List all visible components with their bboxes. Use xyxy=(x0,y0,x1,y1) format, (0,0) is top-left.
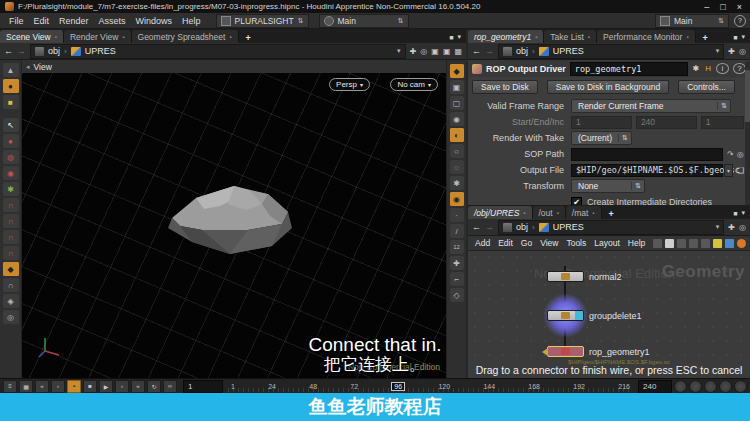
frame-view-icon[interactable]: ⌐ xyxy=(450,272,464,286)
shadow-icon[interactable]: ◌ xyxy=(450,160,464,174)
node-bypass-flag[interactable] xyxy=(575,311,583,320)
desktop-selector[interactable]: Main ⇅ xyxy=(655,14,729,28)
breadcrumb-node[interactable]: UPRES xyxy=(85,46,116,56)
jump-start-button[interactable]: « xyxy=(35,380,49,393)
menu-edit[interactable]: Edit xyxy=(29,16,55,26)
pin-icon[interactable]: ✚ xyxy=(728,47,735,56)
page-view-icon[interactable] xyxy=(665,239,674,248)
rotate-tool-icon[interactable]: ◉ xyxy=(3,166,19,180)
controls-button[interactable]: Controls... xyxy=(678,80,735,94)
frame-ruler[interactable]: 1 24 48 72 96 120 144 168 192 216 xyxy=(228,380,633,392)
view-tool-icon[interactable]: ◆ xyxy=(3,262,19,276)
viewport-3d[interactable]: Persp ▾ No cam ▾ Non-Commercial Edition xyxy=(22,73,446,378)
playbar-round-button-4[interactable] xyxy=(719,380,732,393)
tab-render-view[interactable]: Render View ▪ xyxy=(64,30,132,43)
tab-rop-geometry1[interactable]: rop_geometry1 ▪ xyxy=(468,30,544,43)
tab-close-icon[interactable]: ▪ xyxy=(55,34,57,40)
node-chooser-icon[interactable]: ◎ xyxy=(737,150,744,159)
projection-selector[interactable]: Persp ▾ xyxy=(329,78,370,91)
minimize-button[interactable]: – xyxy=(704,2,709,12)
tab-close-icon[interactable]: ▪ xyxy=(686,34,688,40)
file-history-icon[interactable]: ▾ xyxy=(724,164,733,177)
path-dropdown-icon[interactable]: ▾ xyxy=(397,47,401,55)
snap-magnet-icon-3[interactable]: ∩ xyxy=(3,230,19,244)
pin-icon[interactable]: ✚ xyxy=(410,47,417,56)
points-display-icon[interactable]: · xyxy=(450,208,464,222)
tab-mat[interactable]: /mat ▪ xyxy=(566,206,602,219)
panel-maximize-icon[interactable]: ■ xyxy=(733,34,737,41)
range-end-field[interactable]: 240 xyxy=(638,380,672,393)
range-start-field[interactable]: 1 xyxy=(183,380,223,393)
start-field[interactable]: 1 xyxy=(571,116,632,129)
forward-icon[interactable]: → xyxy=(17,46,26,56)
collapse-arrow-icon[interactable]: ◂ xyxy=(26,63,30,71)
menu-file[interactable]: File xyxy=(4,16,29,26)
path-dropdown-icon[interactable]: ▾ xyxy=(716,223,720,231)
orbit-tool-icon[interactable]: ∩ xyxy=(3,278,19,292)
normals-display-icon[interactable]: / xyxy=(450,224,464,238)
tab-out[interactable]: /out ▪ xyxy=(533,206,566,219)
main-menu-selector[interactable]: Main ⇅ xyxy=(319,14,409,28)
node-name-field[interactable]: rop_geometry1 xyxy=(570,62,688,76)
cook-icon[interactable]: ✱ xyxy=(692,64,701,73)
spin-icon[interactable]: ⇅ xyxy=(298,17,304,25)
breadcrumb-root[interactable]: obj xyxy=(48,46,60,56)
node-rop-geometry1[interactable] xyxy=(547,346,584,357)
grid-view-icon[interactable] xyxy=(677,239,686,248)
take-dropdown[interactable]: (Current) ⇅ xyxy=(571,131,632,145)
menu-render[interactable]: Render xyxy=(54,16,94,26)
end-field[interactable]: 240 xyxy=(636,116,697,129)
display-options-icon[interactable]: ◉ xyxy=(450,192,464,206)
tab-close-icon[interactable]: ▪ xyxy=(592,210,594,216)
tab-scene-view[interactable]: Scene View ▪ xyxy=(0,30,64,43)
rock-mesh[interactable] xyxy=(150,176,310,268)
sop-path-field[interactable] xyxy=(571,148,723,161)
hand-icon[interactable]: ✚ xyxy=(450,256,464,270)
breadcrumb-root[interactable]: obj xyxy=(516,222,528,232)
menu-assets[interactable]: Assets xyxy=(94,16,131,26)
spin-icon[interactable]: ⇅ xyxy=(398,17,404,25)
tab-close-icon[interactable]: ▪ xyxy=(229,34,231,40)
panel-menu-icon[interactable]: ▾ xyxy=(741,33,745,41)
sticky-note-icon[interactable] xyxy=(713,239,722,248)
keyframe-icon[interactable]: ▦ xyxy=(19,380,33,393)
tab-close-icon[interactable]: ▪ xyxy=(557,210,559,216)
bulb-icon[interactable]: ○ xyxy=(450,144,464,158)
color-palette-icon[interactable] xyxy=(725,239,734,248)
spin-icon[interactable]: ⇅ xyxy=(718,17,724,25)
restore-button[interactable]: □ xyxy=(720,2,725,12)
jump-to-node-icon[interactable]: ↷ xyxy=(727,150,734,159)
back-icon[interactable]: ← xyxy=(472,46,481,56)
breadcrumb-node[interactable]: UPRES xyxy=(553,46,584,56)
primitive-cone-icon[interactable]: ▲ xyxy=(3,63,19,77)
pin-icon[interactable]: ✚ xyxy=(728,223,735,232)
network-menu-add[interactable]: Add xyxy=(472,238,493,248)
handles-tool-icon[interactable]: ● xyxy=(3,134,19,148)
node-normal2[interactable] xyxy=(547,271,584,282)
tab-geometry-spreadsheet[interactable]: Geometry Spreadsheet ▪ xyxy=(132,30,239,43)
network-menu-help[interactable]: Help xyxy=(625,238,648,248)
new-tab-button[interactable]: + xyxy=(696,33,715,43)
tab-take-list[interactable]: Take List ▪ xyxy=(544,30,597,43)
path-field[interactable]: obj › UPRES ▾ xyxy=(498,220,724,235)
snap-magnet-icon-2[interactable]: ∩ xyxy=(3,214,19,228)
network-menu-view[interactable]: View xyxy=(537,238,561,248)
pose-tool-icon[interactable]: ✱ xyxy=(3,182,19,196)
lighting-icon[interactable]: ◐ xyxy=(450,128,464,142)
menu-windows[interactable]: Windows xyxy=(131,16,178,26)
network-menu-go[interactable]: Go xyxy=(518,238,535,248)
highlight-tool-icon[interactable]: ◆ xyxy=(450,64,464,78)
panel-maximize-icon[interactable]: ■ xyxy=(733,210,737,217)
primitive-sphere-icon[interactable]: ● xyxy=(3,79,19,93)
breadcrumb-node[interactable]: UPRES xyxy=(553,222,584,232)
menu-help[interactable]: Help xyxy=(177,16,206,26)
frame-range-dropdown[interactable]: Render Current Frame ⇅ xyxy=(571,99,731,113)
snap-magnet-icon-4[interactable]: ∩ xyxy=(3,246,19,260)
network-menu-edit[interactable]: Edit xyxy=(495,238,516,248)
view-label[interactable]: View xyxy=(34,62,52,72)
playbar-options-icon[interactable]: ≡ xyxy=(3,380,17,393)
current-frame-indicator[interactable]: 96 xyxy=(391,382,405,391)
tab-close-icon[interactable]: ▪ xyxy=(588,34,590,40)
network-overview-icon[interactable] xyxy=(701,239,710,248)
select-arrow-icon[interactable]: ↖ xyxy=(3,118,19,132)
